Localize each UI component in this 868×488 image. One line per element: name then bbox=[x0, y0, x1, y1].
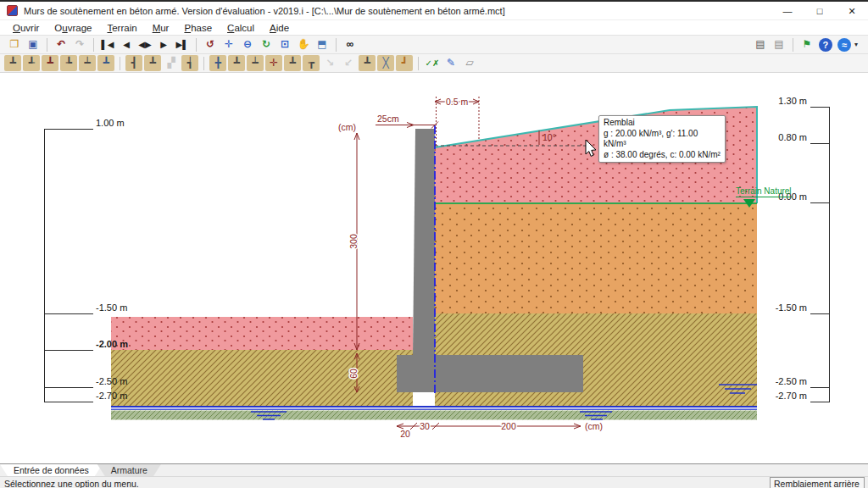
main-toolbar-left: ❐▣↶↷▌◀◀◀▶▶▶▌↺✛⊖↻⊡✋⬒∞ bbox=[5, 36, 359, 53]
toolbar-separator bbox=[196, 38, 197, 52]
menu-calcul[interactable]: Calcul bbox=[220, 22, 262, 34]
web-update-button[interactable]: ≈ bbox=[837, 38, 851, 52]
wall-phase-3-icon: ▞ bbox=[163, 55, 180, 71]
menu-mur[interactable]: Mur bbox=[145, 22, 177, 34]
wall-phase-1-icon[interactable]: ┫ bbox=[125, 55, 142, 71]
validate-icon[interactable]: ✓✗ bbox=[424, 55, 441, 71]
dim-crest-offset: 0.5 m bbox=[446, 97, 469, 107]
phases-tool-icon[interactable]: ┻ bbox=[359, 55, 376, 71]
tab-entr-e-de-donn-es[interactable]: Entrée de données bbox=[0, 464, 103, 476]
toolbar-separator bbox=[120, 57, 120, 70]
wall-config-4-icon[interactable]: ┺ bbox=[60, 55, 77, 71]
wall-config-2-icon[interactable]: ┹ bbox=[23, 55, 40, 71]
title-bar: Murs de soutènement en béton armé. Versi… bbox=[0, 2, 868, 20]
wall-config-5-icon[interactable]: ┷ bbox=[79, 55, 96, 71]
scale-tick bbox=[44, 402, 93, 402]
scale-tick bbox=[810, 202, 829, 203]
tab-armature[interactable]: Armature bbox=[97, 464, 161, 476]
last-phase-button[interactable]: ▶▌ bbox=[174, 36, 191, 53]
drawing-canvas[interactable]: (cm) 25cm 0.5 m 10° 300 60 20 30 200 (cm… bbox=[0, 73, 868, 463]
move-forward-tool-icon: ↘ bbox=[321, 55, 338, 71]
pressures-tool-icon[interactable]: ┻ bbox=[284, 55, 301, 71]
wall-config-1-icon[interactable]: ┻ bbox=[4, 55, 21, 71]
help-button[interactable]: ? bbox=[819, 38, 832, 52]
tooltip: Remblai g : 20.00 kN/m³, g': 11.00 kN/m³… bbox=[598, 115, 726, 163]
first-phase-button[interactable]: ▌◀ bbox=[99, 36, 116, 53]
menu-terrain[interactable]: Terrain bbox=[99, 22, 144, 34]
zoom-out-button[interactable]: ⊖ bbox=[239, 36, 256, 53]
dim-unit-bottom: (cm) bbox=[585, 421, 603, 431]
menu-phase[interactable]: Phase bbox=[176, 22, 220, 34]
dim-toe-width: 20 bbox=[400, 429, 410, 439]
scale-tick bbox=[810, 143, 829, 144]
dropdown-caret-icon[interactable]: ▾ bbox=[854, 41, 858, 48]
terrain-label: Terrain Naturel bbox=[736, 186, 792, 197]
scale-line bbox=[829, 107, 830, 402]
level-label: 0.80 m bbox=[746, 132, 807, 143]
dim-footing-height: 60 bbox=[348, 369, 359, 379]
stem-tool-icon[interactable]: ╋ bbox=[209, 55, 226, 71]
print-button[interactable]: ▤ bbox=[752, 36, 769, 53]
application-window: Murs de soutènement en béton armé. Versi… bbox=[0, 0, 868, 488]
undo-button[interactable]: ↶ bbox=[53, 36, 70, 53]
scale-tick bbox=[810, 313, 829, 314]
level-label: -2.50 m bbox=[746, 376, 807, 387]
next-phase-button[interactable]: ▶ bbox=[155, 36, 172, 53]
wall-cross-section: (cm) 25cm 0.5 m 10° 300 60 20 30 200 (cm… bbox=[0, 73, 868, 463]
pan-button[interactable]: ✋ bbox=[295, 36, 312, 53]
maximize-button[interactable]: □ bbox=[804, 3, 836, 19]
move-back-tool-icon: ↙ bbox=[340, 55, 357, 71]
erase-icon[interactable]: ▱ bbox=[461, 55, 478, 71]
toolbar-separator bbox=[93, 38, 94, 52]
level-label: -2.00 m bbox=[96, 339, 128, 350]
wall-phase-4-icon[interactable]: ┪ bbox=[181, 55, 198, 71]
app-icon bbox=[7, 5, 18, 16]
redraw-button[interactable]: ↻ bbox=[258, 36, 275, 53]
zoom-extents-button[interactable]: ✛ bbox=[220, 36, 237, 53]
window-title: Murs de soutènement en béton armé. Versi… bbox=[24, 6, 505, 16]
tooltip-title: Remblai bbox=[604, 118, 721, 129]
dim-heel-width: 200 bbox=[501, 421, 516, 431]
mesh-tool-icon[interactable]: ╳ bbox=[377, 55, 394, 71]
menu-ouvrage[interactable]: Ouvrage bbox=[47, 22, 99, 34]
toe-tool-icon[interactable]: ┷ bbox=[247, 55, 264, 71]
wall-config-6-icon[interactable]: ┻ bbox=[97, 55, 114, 71]
main-toolbar: ❐▣↶↷▌◀◀◀▶▶▶▌↺✛⊖↻⊡✋⬒∞ ▤▤⚑?≈▾ bbox=[0, 36, 868, 54]
zoom-window-button[interactable]: ⊡ bbox=[276, 36, 293, 53]
loads-tool-icon[interactable]: ✛ bbox=[265, 55, 282, 71]
scale-tick bbox=[44, 350, 93, 351]
phase-list-button[interactable]: ◀▶ bbox=[136, 36, 153, 53]
save-button[interactable]: ▣ bbox=[25, 36, 42, 53]
toolbar-separator bbox=[336, 38, 337, 52]
scale-tick bbox=[44, 387, 93, 388]
scale-tick bbox=[810, 402, 829, 402]
menu-ouvrir[interactable]: Ouvrir bbox=[5, 22, 47, 34]
redo-button[interactable]: ↷ bbox=[71, 36, 88, 53]
toolbar-separator bbox=[793, 38, 793, 52]
edit-icon[interactable]: ✎ bbox=[442, 55, 459, 71]
wall-stem bbox=[413, 129, 435, 355]
previous-phase-button[interactable]: ◀ bbox=[118, 36, 135, 53]
status-context: Remblaiement arrière bbox=[770, 477, 865, 488]
report-button[interactable]: ⚑ bbox=[798, 36, 815, 53]
open-button[interactable]: ❐ bbox=[6, 36, 23, 53]
print-preview-button[interactable]: ▤ bbox=[771, 36, 787, 53]
level-label: 1.00 m bbox=[96, 118, 125, 129]
wall-config-3-icon[interactable]: ┻ bbox=[42, 55, 58, 71]
menu-aide[interactable]: Aide bbox=[262, 22, 297, 34]
water-table-tool-icon[interactable]: ┲ bbox=[303, 55, 320, 71]
zoom-previous-button[interactable]: ↺ bbox=[202, 36, 219, 53]
dim-stem-base-width: 30 bbox=[420, 421, 430, 431]
wall-phase-2-icon[interactable]: ┻ bbox=[144, 55, 161, 71]
footing-tool-icon[interactable]: ┻ bbox=[228, 55, 245, 71]
wall-footing bbox=[397, 355, 583, 392]
tab-bar: Entrée de donnéesArmature bbox=[0, 463, 868, 476]
close-button[interactable]: ✕ bbox=[836, 3, 868, 19]
window-controls: — □ ✕ bbox=[771, 3, 868, 19]
level-label: -2.50 m bbox=[96, 376, 127, 387]
minimize-button[interactable]: — bbox=[771, 3, 804, 19]
find-button[interactable]: ∞ bbox=[342, 36, 359, 53]
copy-view-button[interactable]: ⬒ bbox=[314, 36, 331, 53]
results-tool-icon[interactable]: ┛ bbox=[396, 55, 413, 71]
status-message: Sélectionnez une option du menu. bbox=[4, 479, 139, 488]
